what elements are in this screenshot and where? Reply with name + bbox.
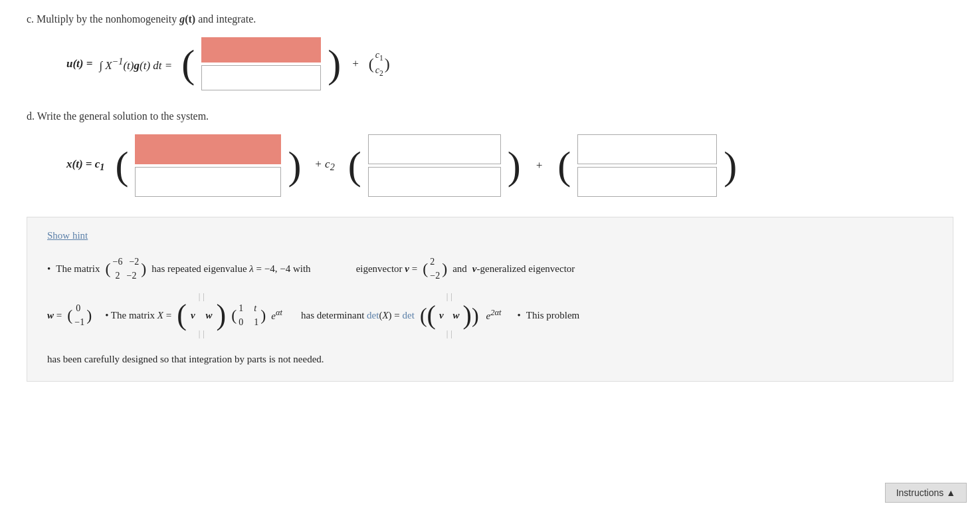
matrix-row-1: −6 −2 xyxy=(113,255,140,269)
left-paren-d2: ( xyxy=(348,146,361,186)
col-w: w xyxy=(206,305,213,325)
ev-vals: 2 −2 xyxy=(430,255,440,283)
c1c2-values: c1 c2 xyxy=(375,49,383,79)
matrix-c xyxy=(201,37,321,90)
matrix-d3 xyxy=(577,134,717,197)
matrix-d2 xyxy=(368,134,501,197)
w-label: w = xyxy=(47,305,62,325)
m12: −2 xyxy=(129,255,139,269)
c1c2-matrix: ( c1 c2 ) xyxy=(369,49,390,79)
det-exp: e2αt xyxy=(486,305,502,326)
t-vals: 1 t 0 1 xyxy=(239,301,258,329)
this-problem: This problem xyxy=(526,305,579,325)
w-vals: 0 −1 xyxy=(74,301,84,329)
matrix-d2-bottom[interactable] xyxy=(368,167,501,197)
ev2: −2 xyxy=(430,269,440,283)
m11: −6 xyxy=(113,255,123,269)
integral-text: ∫ X−1(t)g(t) dt = xyxy=(99,56,172,72)
t-matrix: ( 1 t 0 1 ) xyxy=(231,301,266,329)
generalized-label: v-generalized eigenvector xyxy=(472,259,575,279)
det-col-w: w xyxy=(453,305,460,325)
det-lp: ( xyxy=(427,302,436,328)
w2: −1 xyxy=(74,315,84,329)
plus-d: + xyxy=(536,159,543,172)
m21: 2 xyxy=(116,269,120,283)
c2-value: c2 xyxy=(375,64,383,79)
plus-sign-c: + xyxy=(351,57,359,70)
matrix-d3-top[interactable] xyxy=(577,134,717,164)
t12: t xyxy=(254,301,256,315)
vbar-top-r: | xyxy=(203,288,205,305)
instructions-button[interactable]: Instructions ▲ xyxy=(885,483,967,503)
t22: 1 xyxy=(254,315,258,329)
ml-paren: ( xyxy=(106,261,111,277)
m22: −2 xyxy=(127,269,137,283)
t21: 0 xyxy=(239,315,243,329)
left-paren-d1: ( xyxy=(115,146,128,186)
bullet-dot-2: • xyxy=(518,305,521,325)
x-matrix-display: ( | | v w | | xyxy=(177,288,226,342)
t-row1: 1 t xyxy=(239,301,258,315)
det-matrix: ( | | v w | | xyxy=(427,288,472,342)
matrix-c-bottom[interactable] xyxy=(201,65,321,90)
right-paren-d1: ) xyxy=(288,146,301,186)
c1-value: c1 xyxy=(375,49,383,64)
vbar-top-l: | xyxy=(199,288,201,305)
section-c-label: c. Multiply by the nonhomogeneity g(t) a… xyxy=(27,13,953,25)
det-vbar-tr: | xyxy=(450,288,452,305)
ev-lp: ( xyxy=(423,261,428,277)
t-row2: 0 1 xyxy=(239,315,258,329)
plus-c2-d: + c2 xyxy=(314,158,334,173)
matrix-X-prefix: • The matrix X = xyxy=(105,305,171,325)
equation-c: u(t) = ∫ X−1(t)g(t) dt = ( ) + ( c1 c2 ) xyxy=(66,37,953,90)
right-paren-d2: ) xyxy=(508,146,521,186)
hint-bullet-1: • The matrix ( −6 −2 2 −2 xyxy=(47,255,933,283)
matrix-d1 xyxy=(135,134,281,197)
xm-lp: ( xyxy=(177,301,187,330)
matrix-eigenvalue: ( −6 −2 2 −2 ) xyxy=(106,255,147,283)
det-outer-lp: ( xyxy=(420,294,427,336)
the-matrix-label: The matrix xyxy=(56,259,100,279)
small-left-paren: ( xyxy=(369,56,374,72)
col-v: v xyxy=(191,305,195,325)
vbar-bot-l: | xyxy=(199,325,201,342)
mr-paren: ) xyxy=(141,261,146,277)
eigenvector-label: eigenvector v = xyxy=(356,259,418,279)
tm-rp: ) xyxy=(260,307,266,323)
u-t-equals: u(t) = xyxy=(66,57,92,70)
matrix-row-2: 2 −2 xyxy=(113,269,140,283)
bullet-dot-1: • xyxy=(47,259,50,279)
section-d: d. Write the general solution to the sys… xyxy=(27,110,953,197)
det-outer-rp: ) xyxy=(472,294,479,336)
matrix-d3-bottom[interactable] xyxy=(577,167,717,197)
det-vbar-tl: | xyxy=(446,288,448,305)
hint-content: • The matrix ( −6 −2 2 −2 xyxy=(47,255,933,369)
matrix-d1-bottom[interactable] xyxy=(135,167,281,197)
det-text: has determinant det(X) = det xyxy=(301,305,415,325)
ev-rp: ) xyxy=(442,261,447,277)
right-paren-d3: ) xyxy=(724,146,737,186)
left-paren-d3: ( xyxy=(557,146,571,186)
matrix-d1-top[interactable] xyxy=(135,134,281,164)
wm-lp: ( xyxy=(67,307,72,323)
matrix-c-top[interactable] xyxy=(201,37,321,63)
x-t-equals: x(t) = c1 xyxy=(66,158,104,173)
left-paren-c: ( xyxy=(181,44,195,84)
section-d-label: d. Write the general solution to the sys… xyxy=(27,110,953,122)
and-text: and xyxy=(452,259,467,279)
matrix-vals: −6 −2 2 −2 xyxy=(113,255,140,283)
det-vbar-bl: | xyxy=(446,325,448,342)
w1: 0 xyxy=(76,301,84,315)
hint-box: Show hint • The matrix ( −6 −2 2 xyxy=(27,217,953,382)
ev1: 2 xyxy=(430,255,440,269)
bold-g-t: g(t) xyxy=(179,13,195,25)
eigenvalue-text: has repeated eigenvalue λ = −4, −4 with xyxy=(151,259,310,279)
small-right-paren: ) xyxy=(385,56,390,72)
show-hint-link[interactable]: Show hint xyxy=(47,230,88,241)
det-vbar-br: | xyxy=(450,325,452,342)
matrix-d2-top[interactable] xyxy=(368,134,501,164)
bottom-note: has been carefully designed so that inte… xyxy=(47,349,933,369)
det-rp: ) xyxy=(463,302,472,328)
eigenvector-val: ( 2 −2 ) xyxy=(423,255,447,283)
exp-text: eαt xyxy=(271,305,282,326)
